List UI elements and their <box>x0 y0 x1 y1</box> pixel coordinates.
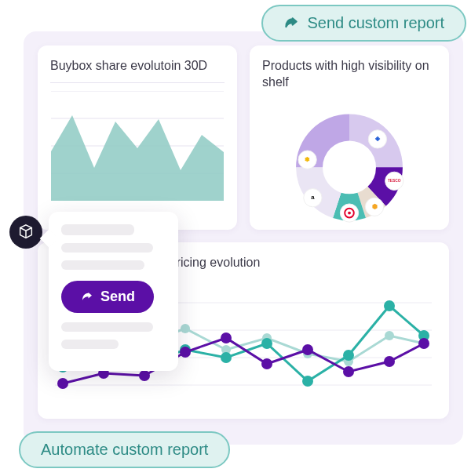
brand-badge-other: ⬢ <box>365 198 383 216</box>
send-popover: Send <box>49 212 178 371</box>
svg-point-39 <box>384 300 395 311</box>
svg-text:✽: ✽ <box>305 155 310 162</box>
top-row: Buybox share evolutoin 30D Products with… <box>38 45 449 230</box>
buybox-area-chart <box>50 91 225 201</box>
skeleton-line <box>61 260 144 270</box>
visibility-donut-card: Products with high visibility on shelf <box>250 45 449 230</box>
brand-badge-carrefour: ◈ <box>368 129 386 147</box>
svg-point-12 <box>348 211 351 214</box>
divider <box>50 82 225 83</box>
svg-point-41 <box>57 378 68 389</box>
cube-icon <box>17 223 35 241</box>
donut-card-title: Products with high visibility on shelf <box>262 58 436 91</box>
brand-badge-target <box>340 204 358 222</box>
svg-point-48 <box>343 366 354 377</box>
svg-point-44 <box>180 347 191 358</box>
send-custom-report-label: Send custom report <box>307 14 444 32</box>
svg-point-46 <box>261 358 272 369</box>
svg-point-50 <box>418 338 429 349</box>
svg-point-43 <box>139 370 150 381</box>
automate-custom-report-button[interactable]: Automate custom report <box>19 431 230 468</box>
brand-badge-walmart: ✽ <box>298 151 316 169</box>
svg-point-45 <box>221 332 232 343</box>
cube-badge <box>9 216 42 249</box>
svg-text:◈: ◈ <box>374 135 381 142</box>
svg-point-24 <box>181 324 190 333</box>
svg-point-49 <box>384 356 395 367</box>
svg-text:⬢: ⬢ <box>372 202 378 209</box>
svg-text:a: a <box>311 194 315 201</box>
skeleton-line <box>61 224 134 235</box>
area-card-title: Buybox share evolutoin 30D <box>50 58 225 74</box>
share-arrow-icon <box>80 290 94 304</box>
svg-point-36 <box>261 338 272 349</box>
send-custom-report-button[interactable]: Send custom report <box>261 5 466 42</box>
visibility-donut-chart: ◈ TESCO ⬢ <box>262 99 436 228</box>
send-button[interactable]: Send <box>61 281 154 313</box>
buybox-area-card: Buybox share evolutoin 30D <box>38 45 237 230</box>
automate-custom-report-label: Automate custom report <box>41 441 208 459</box>
brand-badge-amazon: a <box>304 188 322 206</box>
svg-point-38 <box>343 350 354 361</box>
line-card-title: Pricing evolution <box>168 255 436 271</box>
skeleton-line <box>61 340 119 349</box>
brand-badge-tesco: TESCO <box>385 172 403 190</box>
svg-point-35 <box>221 352 232 363</box>
skeleton-line <box>61 322 153 332</box>
skeleton-line <box>61 243 153 253</box>
share-arrow-icon <box>283 16 299 31</box>
svg-point-29 <box>385 331 394 340</box>
svg-point-37 <box>302 376 313 387</box>
send-button-label: Send <box>100 289 135 305</box>
svg-point-47 <box>302 344 313 355</box>
svg-text:TESCO: TESCO <box>388 179 401 183</box>
